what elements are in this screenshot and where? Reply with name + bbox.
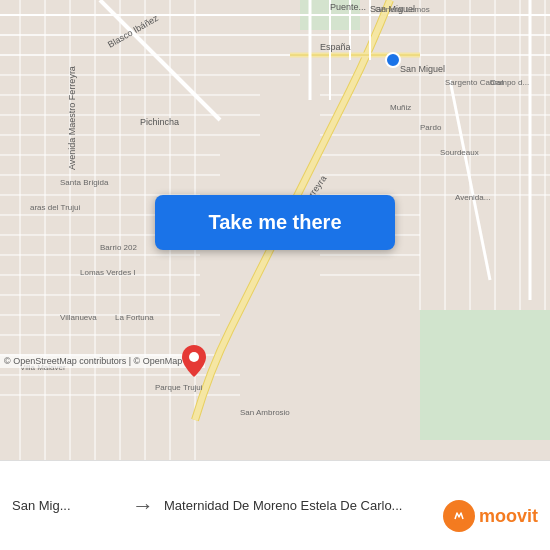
svg-point-57 <box>386 53 400 67</box>
svg-text:La Fortuna: La Fortuna <box>115 313 154 322</box>
osm-attribution: © OpenStreetMap contributors | © OpenMap… <box>0 354 205 368</box>
svg-text:Pardo: Pardo <box>420 123 442 132</box>
svg-text:Pichincha: Pichincha <box>140 117 179 127</box>
moovit-logo: moovit <box>443 500 538 532</box>
bottom-navigation-bar: San Mig... → Maternidad De Moreno Estela… <box>0 460 550 550</box>
arrow-icon: → <box>132 493 154 519</box>
svg-rect-1 <box>420 310 550 440</box>
svg-text:Sourdeaux: Sourdeaux <box>440 148 479 157</box>
moovit-icon <box>443 500 475 532</box>
svg-text:Barrio 202: Barrio 202 <box>100 243 137 252</box>
svg-text:España: España <box>320 42 351 52</box>
svg-text:Santa Brígida: Santa Brígida <box>60 178 109 187</box>
svg-point-82 <box>189 352 199 362</box>
svg-text:Campo d...: Campo d... <box>490 78 529 87</box>
svg-text:Avenida...: Avenida... <box>455 193 490 202</box>
svg-text:Villanueva: Villanueva <box>60 313 97 322</box>
destination-pin <box>182 345 206 381</box>
svg-text:Puente...: Puente... <box>330 2 366 12</box>
to-location-label: Maternidad De Moreno Estela De Carlo... <box>164 498 402 513</box>
svg-text:Parque Trujui: Parque Trujui <box>155 383 203 392</box>
map-container: España San Miguel Puente... Blasco Ibáñe… <box>0 0 550 460</box>
take-me-there-button[interactable]: Take me there <box>155 195 395 250</box>
arrow-section: → <box>122 493 164 519</box>
svg-text:aras del Trujui: aras del Trujui <box>30 203 80 212</box>
svg-text:Lomas Verdes I: Lomas Verdes I <box>80 268 136 277</box>
moovit-text-label: moovit <box>479 506 538 527</box>
svg-text:Avenida Maestro Ferreyra: Avenida Maestro Ferreyra <box>67 66 77 170</box>
from-location-label: San Mig... <box>12 498 71 513</box>
svg-text:San Ambrosio: San Ambrosio <box>240 408 290 417</box>
from-section: San Mig... <box>12 498 122 513</box>
svg-text:Muñiz: Muñiz <box>390 103 411 112</box>
svg-text:San Miguel: San Miguel <box>400 64 445 74</box>
svg-text:General Lemos: General Lemos <box>375 5 430 14</box>
